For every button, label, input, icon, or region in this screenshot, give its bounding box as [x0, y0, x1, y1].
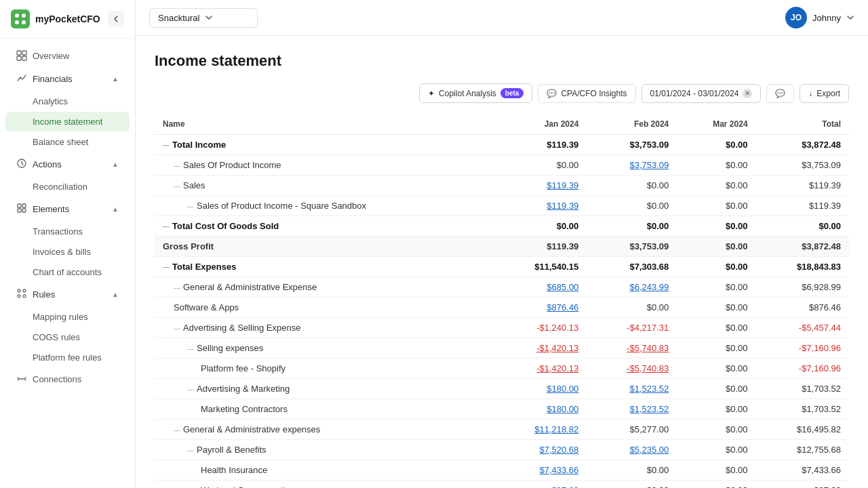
cell-name: —Total Cost Of Goods Sold — [155, 216, 494, 237]
actions-chevron: ▲ — [112, 161, 119, 168]
row-name-text: General & Administrative Expense — [183, 282, 317, 292]
cell-mar: $0.00 — [677, 277, 755, 298]
svg-rect-11 — [22, 204, 26, 207]
cell-total: $7,433.66 — [756, 460, 849, 481]
elements-chevron: ▲ — [112, 205, 119, 213]
rules-icon — [16, 288, 27, 301]
sidebar-item-transactions[interactable]: Transactions — [5, 222, 130, 241]
linked-value[interactable]: $1,523.52 — [629, 384, 669, 394]
sidebar-group-actions[interactable]: Actions ▲ — [5, 152, 130, 176]
collapse-icon[interactable]: — — [174, 325, 180, 332]
cell-feb: $1,523.52 — [587, 379, 677, 399]
cell-name: —Total Expenses — [155, 257, 494, 277]
cell-jan: $876.46 — [494, 298, 587, 318]
table-row: —Selling expenses-$1,420.13-$5,740.83$0.… — [155, 338, 849, 359]
comment-button[interactable]: 💬 — [766, 84, 794, 103]
overview-icon — [16, 50, 27, 61]
svg-rect-7 — [17, 56, 21, 60]
cell-total: $3,872.48 — [756, 237, 849, 257]
svg-rect-10 — [18, 204, 21, 207]
date-range-button[interactable]: 01/01/2024 - 03/01/2024 ✕ — [642, 84, 762, 103]
linked-value[interactable]: -$5,740.83 — [627, 343, 669, 353]
cell-feb: $0.00 — [587, 196, 677, 216]
cell-mar: $0.00 — [677, 216, 755, 237]
table-row: —Total Cost Of Goods Sold$0.00$0.00$0.00… — [155, 216, 849, 237]
cell-feb: $7,303.68 — [587, 257, 677, 277]
cell-total: -$5,457.44 — [756, 318, 849, 338]
sidebar-item-balance-sheet[interactable]: Balance sheet — [5, 132, 130, 152]
linked-value[interactable]: $180.00 — [547, 384, 578, 394]
actions-icon — [16, 158, 27, 171]
table-row: Platform fee - Shopify-$1,420.13-$5,740.… — [155, 359, 849, 379]
toolbar: ✦ Copilot Analysis beta 💬 CPA/CFO Insigh… — [155, 83, 849, 103]
cell-feb: $3,753.09 — [587, 237, 677, 257]
cell-total: -$7,160.96 — [756, 338, 849, 359]
sidebar-item-income-statement[interactable]: Income statement — [5, 112, 130, 131]
collapse-icon[interactable]: — — [174, 426, 180, 434]
cell-total: $1,703.52 — [756, 379, 849, 399]
sidebar-nav: Overview Financials ▲ Analytics Income s… — [0, 39, 135, 488]
sidebar-item-overview[interactable]: Overview — [5, 45, 130, 66]
sidebar-item-chart-of-accounts[interactable]: Chart of accounts — [5, 262, 130, 282]
collapse-icon[interactable]: — — [187, 447, 194, 454]
cpa-insights-button[interactable]: 💬 CPA/CFO Insights — [538, 84, 635, 103]
sidebar-item-reconciliation-label: Reconciliation — [33, 182, 87, 192]
linked-value[interactable]: $180.00 — [547, 404, 578, 414]
linked-value[interactable]: $87.02 — [552, 485, 579, 488]
linked-value[interactable]: -$1,420.13 — [536, 363, 578, 373]
linked-value[interactable]: -$1,420.13 — [536, 343, 578, 353]
linked-value[interactable]: $1,523.52 — [629, 404, 669, 414]
svg-point-15 — [23, 289, 26, 292]
collapse-icon[interactable]: — — [187, 203, 194, 210]
sidebar-item-cogs-rules[interactable]: COGS rules — [5, 327, 130, 347]
sidebar-back-button[interactable] — [108, 11, 124, 27]
user-name: Johnny — [812, 13, 841, 23]
cell-mar: $0.00 — [677, 399, 755, 420]
collapse-icon[interactable]: — — [174, 182, 180, 190]
cell-mar: $0.00 — [677, 135, 755, 155]
cell-jan: $180.00 — [494, 399, 587, 420]
connections-icon — [16, 373, 27, 384]
user-area: JO Johnny — [785, 7, 854, 28]
svg-rect-13 — [22, 209, 26, 212]
company-dropdown-icon — [205, 14, 213, 22]
rules-chevron: ▲ — [112, 291, 119, 298]
collapse-icon[interactable]: — — [187, 386, 194, 393]
sidebar-item-platform-fee-rules[interactable]: Platform fee rules — [5, 348, 130, 367]
page-title: Income statement — [155, 52, 849, 70]
sidebar-group-rules[interactable]: Rules ▲ — [5, 283, 130, 306]
sidebar-item-mapping-rules[interactable]: Mapping rules — [5, 307, 130, 327]
collapse-icon[interactable]: — — [174, 284, 180, 291]
linked-value[interactable]: $685.00 — [547, 282, 578, 292]
sidebar-item-invoices-bills-label: Invoices & bills — [33, 247, 91, 257]
linked-value[interactable]: $6,243.99 — [629, 282, 669, 292]
sidebar-item-analytics[interactable]: Analytics — [5, 92, 130, 111]
collapse-icon[interactable]: — — [163, 223, 170, 230]
collapse-icon[interactable]: — — [187, 345, 194, 352]
linked-value[interactable]: $5,235.00 — [629, 445, 669, 455]
linked-value[interactable]: $7,520.68 — [540, 445, 579, 455]
table-row: —Total Income$119.39$3,753.09$0.00$3,872… — [155, 135, 849, 155]
cell-mar: $0.00 — [677, 359, 755, 379]
linked-value[interactable]: $119.39 — [547, 180, 578, 190]
collapse-icon[interactable]: — — [163, 142, 170, 149]
linked-value[interactable]: $876.46 — [547, 302, 578, 312]
company-selector[interactable]: Snacktural — [149, 8, 258, 28]
linked-value[interactable]: $11,218.82 — [534, 424, 578, 434]
cpa-icon: 💬 — [547, 89, 557, 98]
sidebar-group-elements[interactable]: Elements ▲ — [5, 197, 130, 221]
copilot-analysis-button[interactable]: ✦ Copilot Analysis beta — [419, 83, 532, 103]
linked-value[interactable]: $3,753.09 — [629, 160, 669, 170]
linked-value[interactable]: $119.39 — [547, 201, 578, 211]
sidebar-item-reconciliation[interactable]: Reconciliation — [5, 177, 130, 197]
sidebar-item-connections[interactable]: Connections — [5, 368, 130, 390]
collapse-icon[interactable]: — — [174, 162, 180, 169]
sidebar-group-financials[interactable]: Financials ▲ — [5, 67, 130, 91]
collapse-icon[interactable]: — — [163, 264, 170, 271]
cell-mar: $0.00 — [677, 237, 755, 257]
linked-value[interactable]: -$5,740.83 — [627, 363, 669, 373]
svg-rect-8 — [22, 56, 26, 60]
export-button[interactable]: ↓ Export — [800, 84, 849, 103]
sidebar-item-invoices-bills[interactable]: Invoices & bills — [5, 242, 130, 262]
linked-value[interactable]: $7,433.66 — [540, 465, 579, 475]
